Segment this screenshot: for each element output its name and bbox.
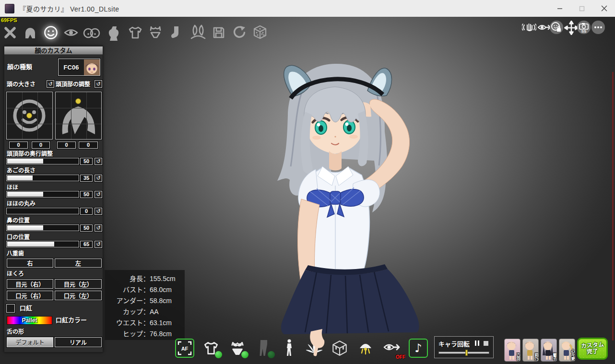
slider-track[interactable]	[6, 208, 79, 214]
save-button[interactable]	[210, 23, 228, 42]
slider-value[interactable]: 50	[80, 191, 93, 198]
expression-lock-button[interactable]	[550, 21, 563, 34]
head-size-x-value[interactable]: 0	[9, 141, 28, 149]
underwear-tab-button[interactable]	[146, 23, 165, 42]
slider-track[interactable]	[6, 224, 79, 231]
rotation-stop-button[interactable]	[484, 340, 488, 347]
haptic-hand-button[interactable]	[522, 21, 536, 35]
slider-reset-button[interactable]: ↺	[95, 158, 102, 165]
hokuro-mouth-left-button[interactable]: 口元（左）	[55, 291, 102, 300]
close-window-button[interactable]	[593, 0, 615, 17]
slider-value[interactable]: 65	[80, 241, 93, 248]
eyes-tab-button[interactable]	[62, 23, 80, 42]
face-type-button[interactable]: FC06	[58, 59, 100, 76]
face-tab-button[interactable]	[42, 23, 60, 42]
hair-tab-button[interactable]	[21, 23, 39, 42]
lip-color-pallet-button[interactable]: Pallet	[7, 316, 52, 325]
slider-value[interactable]: 0	[80, 208, 93, 215]
head-top-y-value[interactable]: 0	[79, 141, 98, 149]
yaeba-right-button[interactable]: 右	[7, 258, 53, 268]
random-dice-button[interactable]	[251, 23, 269, 42]
fps-counter: 69FPS	[1, 17, 17, 23]
light-lamp-icon	[356, 339, 375, 358]
autofocus-button[interactable]: AF	[174, 337, 195, 359]
rotation-slider-handle[interactable]	[465, 350, 468, 356]
face-type-value: FC06	[59, 64, 84, 71]
slider-value[interactable]: 35	[80, 175, 93, 182]
custom-complete-button[interactable]: カスタム 完了	[577, 338, 608, 360]
yaeba-left-button[interactable]: 左	[55, 258, 102, 268]
head-top-reset-button[interactable]: ↺	[95, 80, 102, 88]
slider-reset-button[interactable]: ↺	[95, 241, 102, 248]
hokuro-eye-right-button[interactable]: 目元（右）	[7, 279, 53, 289]
head-top-pad-handle[interactable]	[75, 98, 81, 104]
slider-track[interactable]	[6, 241, 79, 247]
head-top-pad[interactable]	[55, 92, 102, 140]
svg-text:AF: AF	[181, 346, 189, 352]
hokuro-eye-left-button[interactable]: 目元（左）	[55, 279, 102, 289]
undo-button[interactable]	[230, 23, 248, 42]
legwear-tab-button[interactable]	[167, 23, 185, 42]
minimize-button[interactable]	[549, 0, 571, 17]
app-window: 『夏のサカリ』 Ver1.00_DLsite 69FPS	[0, 0, 615, 364]
head-top-x-value[interactable]: 0	[57, 141, 76, 149]
haptic-hand-icon	[522, 21, 536, 35]
slider-reset-button[interactable]: ↺	[95, 191, 102, 198]
rotation-slider[interactable]	[438, 352, 489, 354]
music-button[interactable]: ♪	[408, 337, 429, 359]
tongue-default-button[interactable]: デフォルト	[7, 337, 53, 347]
slider-label: 口の位置	[7, 234, 30, 241]
light-button[interactable]	[355, 337, 376, 359]
character-tab-keiko[interactable]: 馨子	[541, 339, 557, 362]
cube-icon	[331, 339, 349, 357]
cube-button[interactable]	[329, 337, 350, 359]
rotation-pause-button[interactable]	[474, 340, 480, 347]
more-options-button[interactable]	[591, 21, 605, 34]
tongue-label: 舌の形	[7, 329, 24, 335]
slider-label: ほほ	[7, 184, 18, 191]
toggle-underwear-button[interactable]	[227, 337, 248, 359]
slider-reset-button[interactable]: ↺	[95, 175, 102, 182]
slider-value[interactable]: 50	[80, 158, 93, 165]
slider-reset-button[interactable]: ↺	[95, 208, 102, 215]
move-icon	[564, 21, 579, 35]
head-size-y-value[interactable]: 0	[32, 141, 50, 149]
gaze-off-label: OFF	[396, 354, 405, 360]
gaze-off-button[interactable]: OFF	[381, 337, 402, 359]
body-tab-button[interactable]	[106, 23, 124, 42]
svg-text:SS: SS	[581, 29, 587, 33]
splash-effect-button[interactable]	[304, 337, 325, 359]
autofocus-icon: AF	[177, 340, 193, 356]
character-tab-kokoa[interactable]: 心々愛	[559, 339, 575, 362]
toggle-legwear-button[interactable]	[253, 337, 274, 359]
toggle-on-badge	[215, 351, 222, 358]
toggle-on-badge	[241, 351, 248, 358]
move-camera-button[interactable]	[564, 21, 579, 35]
slider-value[interactable]: 50	[80, 224, 93, 232]
slider-reset-button[interactable]: ↺	[95, 224, 102, 232]
head-size-reset-button[interactable]: ↺	[47, 80, 54, 88]
toggle-top-clothes-button[interactable]	[201, 337, 222, 359]
head-size-pad[interactable]	[6, 92, 53, 140]
chest-tab-button[interactable]	[83, 23, 101, 42]
character-tab-otoha[interactable]: 乙羽	[504, 339, 520, 362]
close-edit-button[interactable]	[1, 23, 19, 42]
head-size-pad-handle[interactable]	[26, 113, 32, 118]
slider-track[interactable]	[6, 175, 79, 181]
panel-title: 顔のカスタム	[4, 47, 103, 55]
top-clothes-tab-button[interactable]	[126, 23, 144, 42]
tongue-real-button[interactable]: リアル	[55, 337, 102, 347]
slider-track[interactable]	[6, 191, 79, 198]
accessory-tab-button[interactable]	[189, 23, 207, 42]
screenshot-button[interactable]: SS	[577, 21, 591, 34]
slider-track[interactable]	[6, 158, 79, 164]
slider-label: 頭頂部の奥行調整	[7, 151, 53, 157]
camera-ss-icon: SS	[578, 22, 590, 33]
character-tab-rino[interactable]: 莉乃	[522, 339, 539, 362]
face-type-thumbnail	[84, 59, 100, 75]
hokuro-mouth-right-button[interactable]: 口元（右）	[7, 291, 53, 300]
maximize-button[interactable]	[571, 0, 593, 17]
pose-button[interactable]	[279, 337, 300, 359]
ellipsis-icon	[593, 22, 603, 33]
lipstick-checkbox[interactable]	[6, 304, 15, 313]
